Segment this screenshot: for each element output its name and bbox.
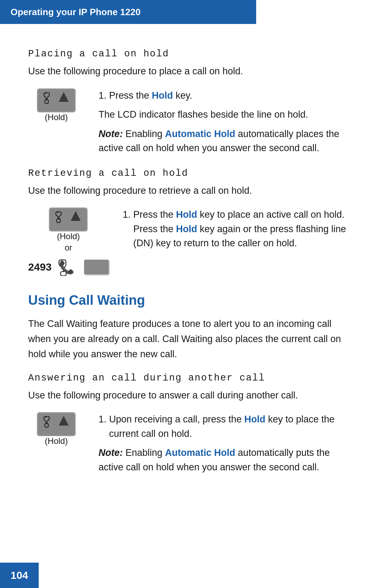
call-waiting-note: Note: Enabling Automatic Hold automatica… xyxy=(99,446,352,474)
placing-hold-text-col: Press the Hold key. The LCD indicator fl… xyxy=(99,88,352,155)
hold-key-ref-1: Hold xyxy=(152,90,173,101)
phone-handset-icon: 📞 xyxy=(57,258,78,276)
page-number-box: 104 xyxy=(0,563,39,588)
note-label-2: Note: xyxy=(99,447,123,458)
note-text-1a: Enabling xyxy=(123,129,165,139)
retrieving-hold-icon-col: (Hold) or 2493 📞 xyxy=(28,208,109,276)
answering-call-block: (Hold) Upon receiving a call, press the … xyxy=(28,412,352,474)
svg-rect-1 xyxy=(38,89,75,111)
call-waiting-heading: Using Call Waiting xyxy=(28,293,352,308)
placing-hold-step-1: Press the Hold key. xyxy=(109,88,352,103)
svg-rect-6 xyxy=(38,413,75,435)
hold-button-icon xyxy=(37,88,76,112)
svg-rect-3 xyxy=(50,209,87,230)
answering-call-desc: Use the following procedure to answer a … xyxy=(28,388,352,403)
answering-steps: Upon receiving a call, press the Hold ke… xyxy=(99,412,352,441)
retrieving-hold-text-col: Press the Hold key to place an active ca… xyxy=(123,208,352,255)
placing-hold-note: Note: Enabling Automatic Hold automatica… xyxy=(99,127,352,155)
hold-key-ref-2a: Hold xyxy=(176,209,197,220)
header-title: Operating your IP Phone 1220 xyxy=(11,7,140,17)
placing-hold-block: (Hold) Press the Hold key. The LCD indic… xyxy=(28,88,352,155)
dn-row: 2493 📞 xyxy=(28,258,109,276)
answering-icon-col: (Hold) xyxy=(28,412,84,446)
answering-call-title: Answering an call during another call xyxy=(28,373,352,383)
note-label-1: Note: xyxy=(99,129,123,139)
placing-hold-steps: Press the Hold key. xyxy=(99,88,352,103)
answering-step-1: Upon receiving a call, press the Hold ke… xyxy=(109,412,352,441)
placing-hold-icon-label: (Hold) xyxy=(45,112,68,122)
answering-icon-label: (Hold) xyxy=(45,436,68,446)
retrieving-hold-block: (Hold) or 2493 📞 Press the Hold key to p… xyxy=(28,208,352,276)
placing-hold-title: Placing a call on hold xyxy=(28,49,352,59)
answering-text-col: Upon receiving a call, press the Hold ke… xyxy=(99,412,352,474)
auto-hold-ref-1: Automatic Hold xyxy=(165,129,235,139)
retrieving-hold-title: Retrieving a call on hold xyxy=(28,168,352,179)
svg-text:📞: 📞 xyxy=(59,260,75,275)
hold-key-ref-2b: Hold xyxy=(176,224,197,234)
retrieving-hold-icon-label: (Hold) xyxy=(57,231,80,241)
or-label: or xyxy=(65,243,72,253)
page-number: 104 xyxy=(11,569,28,581)
auto-hold-ref-2: Automatic Hold xyxy=(165,447,235,458)
placing-hold-desc: Use the following procedure to place a c… xyxy=(28,64,352,79)
retrieving-hold-steps: Press the Hold key to place an active ca… xyxy=(123,208,352,250)
hold-key-ref-3: Hold xyxy=(244,414,265,425)
retrieving-hold-desc: Use the following procedure to retrieve … xyxy=(28,184,352,198)
retrieving-hold-step-1: Press the Hold key to place an active ca… xyxy=(133,208,352,250)
main-content: Placing a call on hold Use the following… xyxy=(0,24,380,515)
header-bar: Operating your IP Phone 1220 xyxy=(0,0,256,24)
placing-hold-lcd-note: The LCD indicator flashes beside the lin… xyxy=(99,107,352,122)
call-waiting-intro: The Call Waiting feature produces a tone… xyxy=(28,316,352,362)
placing-hold-icon-col: (Hold) xyxy=(28,88,84,122)
hold-button-icon-2 xyxy=(49,208,88,231)
dn-number: 2493 xyxy=(28,261,52,273)
hold-button-icon-3 xyxy=(37,412,76,436)
dn-button xyxy=(84,260,109,274)
